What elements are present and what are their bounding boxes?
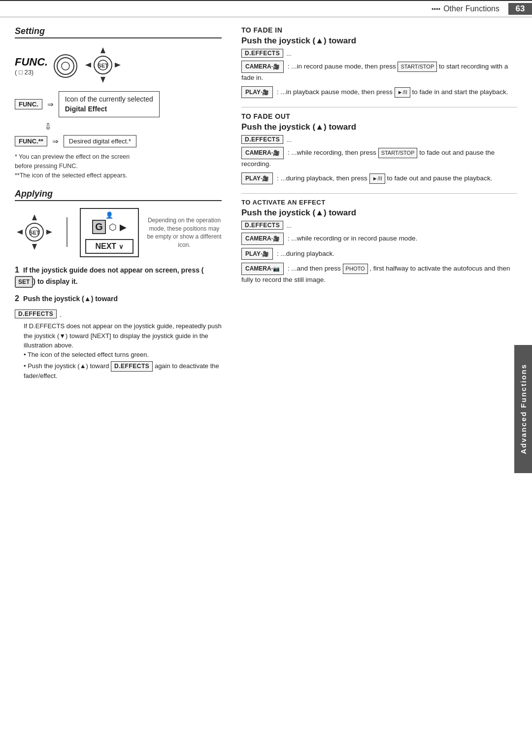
main-content: Setting FUNC. ( □ 23)	[0, 17, 532, 396]
svg-point-1	[62, 62, 69, 70]
setting-heading: Setting	[15, 26, 222, 38]
d-effects-badge-fadeout: D.EFFECTS	[241, 135, 283, 144]
activate-heading: To Activate an Effect	[241, 199, 517, 206]
d-effects-badge-step2: D.EFFECTS	[15, 309, 57, 318]
applying-heading: Applying	[15, 189, 222, 201]
right-column: To Fade In Push the joystick (▲) toward …	[236, 26, 517, 387]
play-badge-1: PLAY·🎥	[241, 86, 273, 99]
step-2-num: 2	[15, 294, 19, 303]
d-effects-badge-bullet: D.EFFECTS	[111, 361, 153, 372]
fade-out-heading-text: To Fade Out	[241, 112, 290, 120]
step-1-bold: If the joystick guide does not appear on…	[23, 266, 203, 274]
next-btn-label: NEXT ∨	[85, 239, 133, 254]
fade-out-push: Push the joystick (▲) toward	[241, 122, 517, 132]
activate-push: Push the joystick (▲) toward	[241, 208, 517, 218]
setting-section: Setting FUNC. ( □ 23)	[15, 26, 222, 180]
activate-play-para: PLAY·🎥 : ...during playback.	[241, 248, 517, 260]
g-icon: G	[92, 220, 106, 234]
step-2-detail-text: If D.EFFECTS does not appear on the joys…	[24, 322, 222, 349]
icon-callout-line1: Icon of the currently selected	[65, 95, 153, 103]
arrow-right-2: ⇒	[52, 137, 59, 146]
svg-marker-5	[115, 63, 121, 68]
diamond-icon: ⬡	[109, 222, 117, 233]
step-1: 1 If the joystick guide does not appear …	[15, 264, 222, 288]
step-2: 2 Push the joystick (▲) toward	[15, 293, 222, 305]
activate-heading-text: To Activate an Effect	[241, 199, 326, 206]
svg-text:SET: SET	[29, 230, 40, 236]
screen-box: 👤 G ⬡ ▶ NEXT ∨	[80, 208, 139, 257]
page-number: 63	[508, 3, 532, 15]
play-pause-badge-1: ►/II	[395, 87, 410, 98]
func-sub: ( □ 23)	[15, 69, 48, 76]
applying-note-text: Depending on the operation mode, these p…	[147, 217, 221, 248]
person-icon: 👤	[105, 211, 113, 219]
footnote1: * You can preview the effect on the scre…	[15, 152, 222, 171]
footnote1b-text: before pressing FUNC.	[15, 163, 78, 170]
svg-text:SET: SET	[98, 63, 109, 69]
fade-out-play-text2: : ...during playback, then press	[277, 174, 367, 182]
camera-badge-2: CAMERA·🎥	[241, 147, 284, 159]
steps: 1 If the joystick guide does not appear …	[15, 264, 222, 380]
d-effects-row: D.EFFECTS .	[15, 309, 222, 318]
fade-in-push: Push the joystick (▲) toward	[241, 36, 517, 46]
fade-out-play-text2b: to fade out and pause the playback.	[387, 174, 492, 182]
fade-in-camera-para: CAMERA·🎥 : ...in record pause mode, then…	[241, 61, 517, 83]
step-2-bold: Push the joystick (▲) toward	[23, 295, 118, 303]
bullet-2-text: • Push the joystick (▲) toward	[24, 362, 109, 370]
activate-play-text3: : ...during playback.	[277, 250, 334, 257]
side-tab-label: Advanced Functions	[519, 364, 528, 454]
play-badge-3: PLAY·🎥	[241, 248, 273, 260]
svg-point-0	[57, 58, 74, 74]
fade-out-dots: ...	[286, 136, 292, 143]
func-box-1: FUNC.	[15, 99, 42, 109]
bullet-2: • Push the joystick (▲) toward D.EFFECTS…	[24, 361, 222, 380]
footnote2: **The icon of the selected effect appear…	[15, 171, 222, 180]
set-joystick: SET	[83, 45, 123, 86]
desired-box: Desired digital effect.*	[64, 135, 136, 147]
fade-in-dots: ...	[286, 50, 292, 57]
fade-out-heading: To Fade Out	[241, 112, 517, 120]
play-pause-badge-2: ►/II	[369, 173, 385, 184]
next-button[interactable]: NEXT ∨	[85, 237, 133, 254]
page-header: •••• Other Functions 63	[0, 0, 532, 17]
func-star-label: FUNC.**	[19, 137, 43, 145]
step-1-text: If the joystick guide does not appear on…	[15, 266, 204, 285]
fade-out-camera-para: CAMERA·🎥 : ...while recording, then pres…	[241, 147, 517, 170]
photo-badge: PHOTO	[343, 264, 368, 274]
func-star-box: FUNC.**	[15, 136, 47, 146]
fade-in-d-effects: D.EFFECTS ...	[241, 49, 517, 58]
activate-d-effects: D.EFFECTS ...	[241, 221, 517, 230]
icon-callout-box: Icon of the currently selected Digital E…	[59, 91, 160, 117]
connector-line	[62, 212, 72, 253]
down-arrow: ⇩	[44, 121, 222, 132]
camera-badge-4: CAMERA·📷	[241, 263, 284, 275]
func-circle-icon	[54, 54, 77, 78]
left-column: Setting FUNC. ( □ 23)	[15, 26, 222, 387]
activate-camera-text3: : ...while recording or in record pause …	[288, 235, 417, 242]
d-effects-badge-fadein: D.EFFECTS	[241, 49, 283, 58]
screen-slot-top: 👤	[105, 211, 113, 219]
applying-note: Depending on the operation mode, these p…	[147, 216, 222, 249]
fade-in-play-text1b: to fade in and start the playback.	[412, 88, 508, 96]
screen-center-row: G ⬡ ▶	[92, 220, 127, 234]
icon-callout-line2: Digital Effect	[65, 105, 107, 113]
svg-marker-4	[85, 63, 91, 68]
header-title: Other Functions	[443, 4, 499, 13]
func-star-row: FUNC.** ⇒ Desired digital effect.*	[15, 135, 222, 147]
camera-badge-3: CAMERA·🎥	[241, 233, 284, 245]
func-label: FUNC.	[15, 56, 48, 69]
arrow-right-1: ⇒	[47, 100, 54, 109]
header-dots: ••••	[432, 5, 440, 13]
start-stop-badge-2: START/STOP	[378, 148, 418, 158]
footnotes: * You can preview the effect on the scre…	[15, 152, 222, 180]
activate-camera-para1: CAMERA·🎥 : ...while recording or in reco…	[241, 233, 517, 245]
svg-marker-12	[46, 230, 52, 235]
fade-out-section: To Fade Out Push the joystick (▲) toward…	[241, 112, 517, 184]
left-joystick: SET	[15, 212, 54, 253]
screen-display: 👤 G ⬡ ▶ NEXT ∨	[80, 208, 139, 257]
step2-period: .	[60, 310, 62, 318]
step-2-detail: If D.EFFECTS does not appear on the joys…	[24, 321, 222, 350]
svg-marker-9	[32, 214, 37, 220]
fade-in-section: To Fade In Push the joystick (▲) toward …	[241, 26, 517, 98]
svg-marker-11	[17, 230, 23, 235]
